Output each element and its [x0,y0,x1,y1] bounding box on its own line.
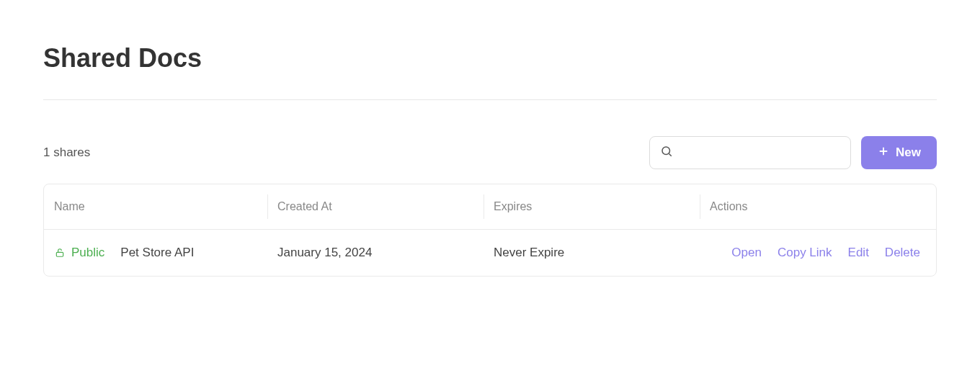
page-title: Shared Docs [43,43,937,73]
action-delete[interactable]: Delete [885,246,920,260]
action-copy-link[interactable]: Copy Link [778,246,832,260]
new-button-label: New [896,145,921,160]
cell-actions: Open Copy Link Edit Delete [700,230,936,276]
svg-point-0 [662,147,670,155]
cell-name: Public Pet Store API [44,230,267,276]
table-header: Name Created At Expires Actions [44,184,936,230]
cell-created-at: January 15, 2024 [267,230,484,276]
cell-expires: Never Expire [484,230,700,276]
action-edit[interactable]: Edit [848,246,869,260]
divider [43,99,937,100]
shares-count: 1 shares [43,145,649,160]
unlock-icon [54,247,66,259]
search-icon [660,145,673,161]
svg-rect-4 [56,252,63,256]
search-input[interactable] [680,147,840,159]
plus-icon [877,145,896,161]
action-open[interactable]: Open [731,246,762,260]
toolbar: 1 shares New [43,136,937,169]
doc-name: Pet Store API [120,246,194,260]
new-button[interactable]: New [861,136,937,169]
column-header-created-at: Created At [267,184,484,229]
visibility-badge: Public [71,246,104,260]
column-header-actions: Actions [700,184,936,229]
table-row: Public Pet Store API January 15, 2024 Ne… [44,230,936,276]
search-box[interactable] [649,136,851,169]
shares-table: Name Created At Expires Actions Public P… [43,184,937,277]
column-header-expires: Expires [484,184,700,229]
column-header-name: Name [44,184,267,229]
svg-line-1 [669,153,672,156]
